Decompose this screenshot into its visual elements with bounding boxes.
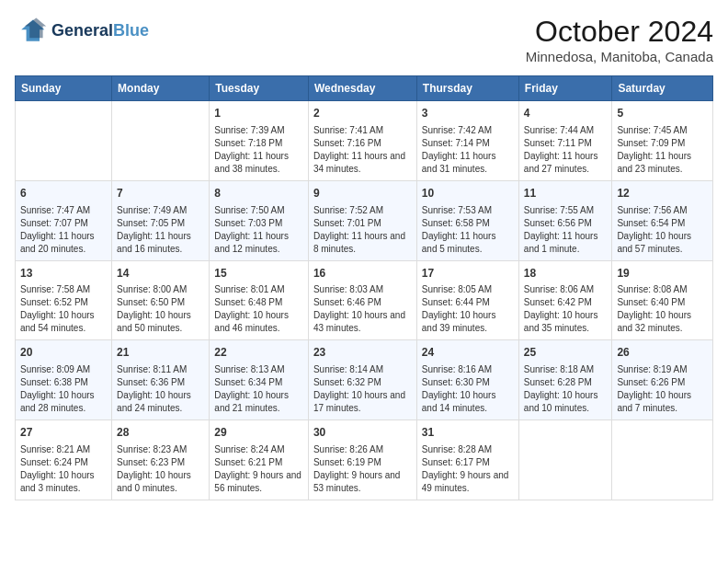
day-info: Sunrise: 8:06 AMSunset: 6:42 PMDaylight:… xyxy=(524,283,608,335)
calendar-cell: 31 Sunrise: 8:28 AMSunset: 6:17 PMDaylig… xyxy=(416,420,518,500)
day-info: Sunrise: 7:49 AMSunset: 7:05 PMDaylight:… xyxy=(117,204,204,256)
calendar-week-row: 13 Sunrise: 7:58 AMSunset: 6:52 PMDaylig… xyxy=(16,260,713,340)
month-title: October 2024 xyxy=(526,15,713,49)
calendar-cell: 7 Sunrise: 7:49 AMSunset: 7:05 PMDayligh… xyxy=(112,180,210,260)
calendar-cell: 27 Sunrise: 8:21 AMSunset: 6:24 PMDaylig… xyxy=(16,420,112,500)
day-number: 22 xyxy=(214,345,303,361)
calendar-cell xyxy=(16,101,112,181)
day-number: 7 xyxy=(117,186,204,201)
calendar-cell: 25 Sunrise: 8:18 AMSunset: 6:28 PMDaylig… xyxy=(518,340,612,420)
calendar-cell: 10 Sunrise: 7:53 AMSunset: 6:58 PMDaylig… xyxy=(416,180,518,260)
weekday-header: Thursday xyxy=(416,76,518,101)
calendar-week-row: 20 Sunrise: 8:09 AMSunset: 6:38 PMDaylig… xyxy=(16,340,713,420)
day-number: 6 xyxy=(20,186,107,201)
day-info: Sunrise: 8:01 AMSunset: 6:48 PMDaylight:… xyxy=(214,283,303,335)
day-number: 5 xyxy=(617,106,708,121)
logo: GeneralBlue xyxy=(15,15,149,48)
calendar-cell: 16 Sunrise: 8:03 AMSunset: 6:46 PMDaylig… xyxy=(308,260,416,340)
day-info: Sunrise: 8:08 AMSunset: 6:40 PMDaylight:… xyxy=(617,283,708,335)
calendar-cell: 13 Sunrise: 7:58 AMSunset: 6:52 PMDaylig… xyxy=(16,260,112,340)
day-number: 18 xyxy=(524,266,608,282)
day-number: 30 xyxy=(313,425,412,441)
calendar-cell: 15 Sunrise: 8:01 AMSunset: 6:48 PMDaylig… xyxy=(210,260,309,340)
day-number: 19 xyxy=(617,266,708,282)
calendar-cell: 26 Sunrise: 8:19 AMSunset: 6:26 PMDaylig… xyxy=(612,340,713,420)
calendar-cell: 3 Sunrise: 7:42 AMSunset: 7:14 PMDayligh… xyxy=(416,101,518,181)
calendar-cell: 24 Sunrise: 8:16 AMSunset: 6:30 PMDaylig… xyxy=(416,340,518,420)
calendar-cell: 14 Sunrise: 8:00 AMSunset: 6:50 PMDaylig… xyxy=(112,260,210,340)
day-info: Sunrise: 7:58 AMSunset: 6:52 PMDaylight:… xyxy=(20,283,107,335)
calendar-table: SundayMondayTuesdayWednesdayThursdayFrid… xyxy=(15,75,713,500)
day-number: 16 xyxy=(313,266,412,282)
calendar-week-row: 1 Sunrise: 7:39 AMSunset: 7:18 PMDayligh… xyxy=(16,101,713,181)
day-info: Sunrise: 7:56 AMSunset: 6:54 PMDaylight:… xyxy=(617,204,708,256)
calendar-cell xyxy=(518,420,612,500)
day-info: Sunrise: 7:50 AMSunset: 7:03 PMDaylight:… xyxy=(214,204,303,256)
calendar-cell: 4 Sunrise: 7:44 AMSunset: 7:11 PMDayligh… xyxy=(518,101,612,181)
day-info: Sunrise: 8:28 AMSunset: 6:17 PMDaylight:… xyxy=(422,443,514,495)
day-info: Sunrise: 7:55 AMSunset: 6:56 PMDaylight:… xyxy=(524,204,608,256)
weekday-header: Wednesday xyxy=(308,76,416,101)
day-info: Sunrise: 8:13 AMSunset: 6:34 PMDaylight:… xyxy=(214,363,303,415)
day-number: 20 xyxy=(20,345,107,361)
weekday-header: Saturday xyxy=(612,76,713,101)
calendar-cell: 2 Sunrise: 7:41 AMSunset: 7:16 PMDayligh… xyxy=(308,101,416,181)
day-number: 9 xyxy=(313,186,412,201)
calendar-cell: 28 Sunrise: 8:23 AMSunset: 6:23 PMDaylig… xyxy=(112,420,210,500)
calendar-cell: 1 Sunrise: 7:39 AMSunset: 7:18 PMDayligh… xyxy=(210,101,309,181)
day-info: Sunrise: 8:14 AMSunset: 6:32 PMDaylight:… xyxy=(313,363,412,415)
weekday-header: Tuesday xyxy=(210,76,309,101)
day-number: 10 xyxy=(422,186,514,201)
day-info: Sunrise: 8:19 AMSunset: 6:26 PMDaylight:… xyxy=(617,363,708,415)
day-number: 1 xyxy=(214,106,303,121)
calendar-cell: 17 Sunrise: 8:05 AMSunset: 6:44 PMDaylig… xyxy=(416,260,518,340)
day-number: 25 xyxy=(524,345,608,361)
day-info: Sunrise: 7:42 AMSunset: 7:14 PMDaylight:… xyxy=(422,124,514,176)
calendar-cell: 8 Sunrise: 7:50 AMSunset: 7:03 PMDayligh… xyxy=(210,180,309,260)
day-number: 13 xyxy=(20,266,107,282)
calendar-cell: 6 Sunrise: 7:47 AMSunset: 7:07 PMDayligh… xyxy=(16,180,112,260)
day-info: Sunrise: 8:05 AMSunset: 6:44 PMDaylight:… xyxy=(422,283,514,335)
day-number: 3 xyxy=(422,106,514,121)
day-number: 21 xyxy=(117,345,204,361)
day-number: 17 xyxy=(422,266,514,282)
calendar-cell: 9 Sunrise: 7:52 AMSunset: 7:01 PMDayligh… xyxy=(308,180,416,260)
calendar-cell: 21 Sunrise: 8:11 AMSunset: 6:36 PMDaylig… xyxy=(112,340,210,420)
day-info: Sunrise: 8:09 AMSunset: 6:38 PMDaylight:… xyxy=(20,363,107,415)
day-number: 23 xyxy=(313,345,412,361)
day-number: 27 xyxy=(20,425,107,441)
day-number: 28 xyxy=(117,425,204,441)
calendar-body: 1 Sunrise: 7:39 AMSunset: 7:18 PMDayligh… xyxy=(16,101,713,500)
calendar-cell: 11 Sunrise: 7:55 AMSunset: 6:56 PMDaylig… xyxy=(518,180,612,260)
calendar-cell xyxy=(112,101,210,181)
day-number: 29 xyxy=(214,425,303,441)
day-number: 24 xyxy=(422,345,514,361)
day-info: Sunrise: 7:39 AMSunset: 7:18 PMDaylight:… xyxy=(214,124,303,176)
day-info: Sunrise: 8:24 AMSunset: 6:21 PMDaylight:… xyxy=(214,443,303,495)
day-info: Sunrise: 7:44 AMSunset: 7:11 PMDaylight:… xyxy=(524,124,608,176)
calendar-week-row: 27 Sunrise: 8:21 AMSunset: 6:24 PMDaylig… xyxy=(16,420,713,500)
calendar-cell: 22 Sunrise: 8:13 AMSunset: 6:34 PMDaylig… xyxy=(210,340,309,420)
day-info: Sunrise: 8:18 AMSunset: 6:28 PMDaylight:… xyxy=(524,363,608,415)
title-block: October 2024 Minnedosa, Manitoba, Canada xyxy=(526,15,713,64)
calendar-cell: 5 Sunrise: 7:45 AMSunset: 7:09 PMDayligh… xyxy=(612,101,713,181)
location: Minnedosa, Manitoba, Canada xyxy=(526,49,713,64)
day-info: Sunrise: 8:16 AMSunset: 6:30 PMDaylight:… xyxy=(422,363,514,415)
weekday-row: SundayMondayTuesdayWednesdayThursdayFrid… xyxy=(16,76,713,101)
day-info: Sunrise: 7:53 AMSunset: 6:58 PMDaylight:… xyxy=(422,204,514,256)
day-number: 12 xyxy=(617,186,708,201)
weekday-header: Friday xyxy=(518,76,612,101)
day-info: Sunrise: 8:23 AMSunset: 6:23 PMDaylight:… xyxy=(117,443,204,495)
logo-icon xyxy=(15,15,48,48)
day-number: 26 xyxy=(617,345,708,361)
day-info: Sunrise: 8:00 AMSunset: 6:50 PMDaylight:… xyxy=(117,283,204,335)
calendar-week-row: 6 Sunrise: 7:47 AMSunset: 7:07 PMDayligh… xyxy=(16,180,713,260)
day-info: Sunrise: 7:45 AMSunset: 7:09 PMDaylight:… xyxy=(617,124,708,176)
day-info: Sunrise: 8:11 AMSunset: 6:36 PMDaylight:… xyxy=(117,363,204,415)
day-number: 14 xyxy=(117,266,204,282)
weekday-header: Sunday xyxy=(16,76,112,101)
day-number: 2 xyxy=(313,106,412,121)
calendar-cell: 12 Sunrise: 7:56 AMSunset: 6:54 PMDaylig… xyxy=(612,180,713,260)
calendar-cell: 23 Sunrise: 8:14 AMSunset: 6:32 PMDaylig… xyxy=(308,340,416,420)
calendar-cell: 29 Sunrise: 8:24 AMSunset: 6:21 PMDaylig… xyxy=(210,420,309,500)
